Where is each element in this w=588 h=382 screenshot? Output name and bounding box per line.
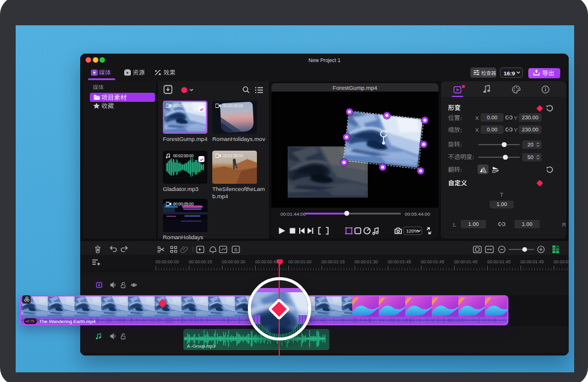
svg-text:120%: 120% xyxy=(406,228,419,234)
svg-text:S: S xyxy=(234,247,237,252)
